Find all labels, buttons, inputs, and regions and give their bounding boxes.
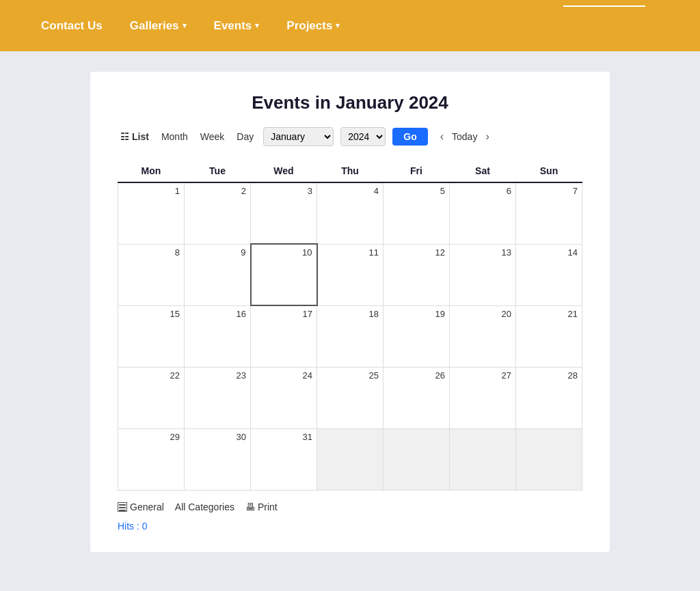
- day-cell[interactable]: 16: [185, 305, 251, 367]
- day-number: 20: [454, 309, 511, 319]
- col-fri: Fri: [383, 160, 450, 182]
- day-cell[interactable]: 28: [516, 367, 582, 428]
- day-cell[interactable]: 8: [118, 244, 185, 305]
- day-cell[interactable]: 15: [118, 305, 185, 367]
- empty-cell: [317, 428, 383, 490]
- day-number: 27: [454, 370, 511, 381]
- day-cell[interactable]: 29: [118, 428, 185, 490]
- day-cell[interactable]: 21: [516, 305, 582, 367]
- nav-projects[interactable]: Projects ▾: [286, 19, 340, 33]
- next-button[interactable]: ›: [483, 129, 492, 144]
- day-cell[interactable]: 25: [317, 367, 383, 428]
- calendar-table: Mon Tue Wed Thu Fri Sat Sun 1 2 3 4 5 6: [118, 160, 582, 491]
- day-cell[interactable]: 23: [185, 367, 251, 428]
- day-cell[interactable]: 27: [450, 367, 516, 428]
- col-wed: Wed: [251, 160, 317, 182]
- day-cell[interactable]: 20: [450, 305, 516, 367]
- today-cell[interactable]: 10: [251, 244, 317, 305]
- day-cell[interactable]: 13: [450, 244, 516, 305]
- projects-dropdown-icon: ▾: [336, 21, 340, 30]
- table-row: 22 23 24 25 26 27 28: [118, 367, 582, 428]
- day-number: 17: [255, 309, 312, 319]
- day-number: 23: [189, 370, 246, 381]
- col-tue: Tue: [185, 160, 251, 182]
- day-number: 6: [454, 186, 511, 196]
- day-number: 16: [189, 309, 246, 319]
- day-number: 25: [321, 370, 379, 381]
- print-icon: 🖶: [245, 501, 255, 512]
- nav-galleries[interactable]: Galleries ▾: [130, 19, 187, 33]
- day-label: Day: [237, 131, 254, 142]
- nav-events[interactable]: Events ▾: [214, 19, 260, 33]
- day-cell[interactable]: 17: [251, 305, 317, 367]
- day-number: 4: [321, 186, 379, 196]
- nav-projects-label: Projects: [286, 19, 332, 33]
- calendar-header-row: Mon Tue Wed Thu Fri Sat Sun: [118, 160, 582, 182]
- print-link[interactable]: 🖶 Print: [245, 501, 278, 512]
- day-number: 14: [520, 247, 578, 258]
- day-cell[interactable]: 9: [185, 244, 251, 305]
- day-cell[interactable]: 14: [516, 244, 582, 305]
- day-cell[interactable]: 7: [516, 182, 582, 244]
- nav-contact-us[interactable]: Contact Us: [41, 19, 103, 33]
- table-row: 8 9 10 11 12 13 14: [118, 244, 582, 305]
- day-cell[interactable]: 18: [317, 305, 383, 367]
- day-cell[interactable]: 24: [251, 367, 317, 428]
- day-number: 19: [388, 309, 445, 319]
- view-day-button[interactable]: Day: [234, 130, 256, 143]
- view-month-button[interactable]: Month: [159, 130, 191, 143]
- nav-events-label: Events: [214, 19, 252, 33]
- day-number: 15: [122, 309, 180, 319]
- empty-cell: [383, 428, 450, 490]
- table-row: 1 2 3 4 5 6 7: [118, 182, 582, 244]
- month-select[interactable]: January February March April May June Ju…: [263, 127, 334, 146]
- view-controls: ☷ List Month Week Day January February M…: [118, 127, 582, 146]
- calendar-card: Events in January 2024 ☷ List Month Week…: [90, 72, 610, 552]
- day-cell[interactable]: 11: [317, 244, 383, 305]
- day-number: 29: [122, 432, 180, 442]
- day-number: 11: [322, 247, 379, 258]
- list-label: List: [132, 131, 149, 142]
- galleries-dropdown-icon: ▾: [183, 21, 187, 30]
- general-link[interactable]: General: [118, 501, 164, 512]
- day-number: 12: [388, 247, 445, 258]
- nav-galleries-label: Galleries: [130, 19, 179, 33]
- month-label: Month: [161, 131, 188, 142]
- day-cell[interactable]: 1: [118, 182, 185, 244]
- day-cell[interactable]: 22: [118, 367, 185, 428]
- day-cell[interactable]: 31: [251, 428, 317, 490]
- events-dropdown-icon: ▾: [255, 21, 259, 30]
- view-week-button[interactable]: Week: [198, 130, 228, 143]
- day-number: 26: [388, 370, 445, 381]
- year-select[interactable]: 2022 2023 2024 2025 2026: [340, 127, 386, 146]
- table-row: 15 16 17 18 19 20 21: [118, 305, 582, 367]
- day-number: 3: [255, 186, 312, 196]
- day-number: 28: [520, 370, 578, 381]
- day-cell[interactable]: 6: [450, 182, 516, 244]
- col-sun: Sun: [516, 160, 582, 182]
- go-button[interactable]: Go: [392, 128, 427, 146]
- day-cell[interactable]: 5: [383, 182, 450, 244]
- prev-button[interactable]: ‹: [438, 129, 446, 144]
- nav-arrows: ‹ Today ›: [438, 129, 492, 144]
- day-number: 31: [255, 432, 312, 442]
- day-number: 8: [122, 247, 180, 258]
- day-cell[interactable]: 3: [251, 182, 317, 244]
- calendar-title: Events in January 2024: [118, 92, 582, 113]
- nav-contact-us-label: Contact Us: [41, 19, 103, 33]
- day-cell[interactable]: 26: [383, 367, 450, 428]
- list-icon: ☷: [120, 131, 129, 142]
- day-cell[interactable]: 19: [383, 305, 450, 367]
- day-cell[interactable]: 4: [317, 182, 383, 244]
- header-line: [563, 5, 645, 7]
- col-thu: Thu: [317, 160, 383, 182]
- day-number: 9: [189, 247, 246, 258]
- day-cell[interactable]: 12: [383, 244, 450, 305]
- all-categories-link[interactable]: All Categories: [175, 501, 234, 512]
- day-number: 22: [122, 370, 180, 381]
- day-cell[interactable]: 2: [185, 182, 251, 244]
- general-icon: [118, 502, 127, 512]
- view-list-button[interactable]: ☷ List: [118, 130, 152, 143]
- day-cell[interactable]: 30: [185, 428, 251, 490]
- today-button[interactable]: Today: [452, 131, 477, 142]
